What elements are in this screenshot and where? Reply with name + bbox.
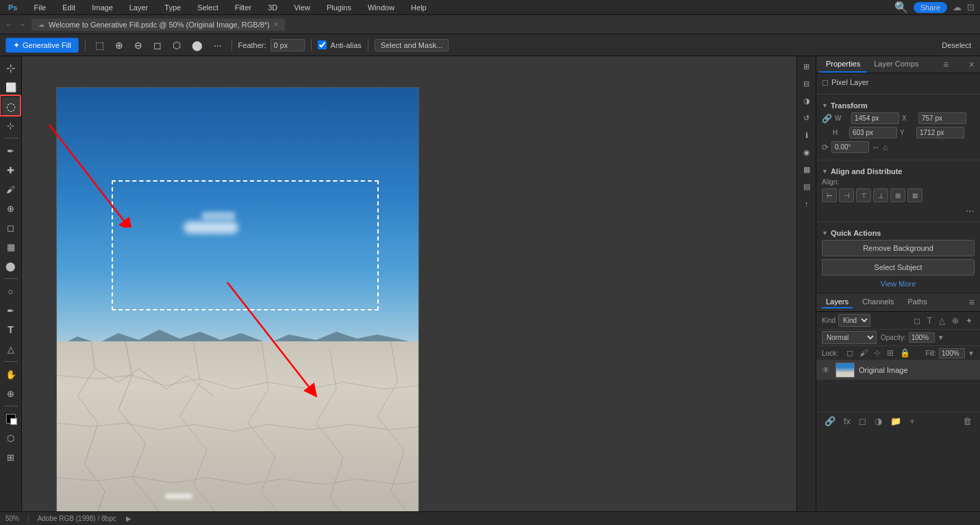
warp-btn[interactable]: ⌂	[883, 143, 888, 152]
quick-mask-mode[interactable]: ⬡	[2, 429, 20, 447]
zoom-tool[interactable]: ⊕	[2, 384, 20, 402]
swatches-panel-icon[interactable]: ▦	[799, 162, 814, 177]
menu-plugins[interactable]: Plugins	[324, 2, 354, 13]
pen-tool[interactable]: ✒	[2, 302, 20, 319]
align-centers-vert-btn[interactable]: ⊞	[890, 188, 905, 202]
fill-dropdown-icon[interactable]: ▼	[968, 350, 975, 357]
deselect-button[interactable]: Deselect	[938, 40, 975, 51]
menu-select[interactable]: Select	[194, 2, 221, 13]
panel-close-btn[interactable]: ×	[966, 56, 977, 73]
text-tool[interactable]: T	[2, 321, 20, 339]
menu-filter[interactable]: Filter	[232, 2, 254, 13]
channels-tab[interactable]: Channels	[858, 296, 898, 308]
anti-alias-checkbox[interactable]	[318, 40, 327, 49]
menu-window[interactable]: Window	[365, 2, 397, 13]
menu-3d[interactable]: 3D	[265, 2, 280, 13]
artboard-tool[interactable]: ⬜	[2, 78, 20, 96]
feather-input[interactable]	[271, 39, 305, 51]
share-button[interactable]: Share	[914, 2, 947, 13]
paths-tab[interactable]: Paths	[904, 296, 931, 308]
tab-properties[interactable]: Properties	[819, 56, 867, 73]
lock-artboard-btn[interactable]: ⊞	[885, 347, 896, 358]
info-panel-icon[interactable]: ℹ	[799, 127, 814, 143]
properties-panel-icon[interactable]: ⊟	[799, 76, 814, 91]
lasso-tool-opt[interactable]: ⬚	[92, 38, 108, 52]
height-input[interactable]	[849, 127, 897, 138]
cloud-sync-icon[interactable]: ☁	[953, 2, 962, 12]
intersect-selection-btn[interactable]: ◻	[150, 38, 165, 52]
align-top-edges-btn[interactable]: ⊥	[873, 188, 888, 202]
quick-actions-header[interactable]: ▼ Quick Actions	[822, 226, 975, 240]
subtract-selection-btn[interactable]: ⊖	[131, 38, 146, 52]
menu-image[interactable]: Image	[89, 2, 116, 13]
foreground-bg-color[interactable]	[2, 410, 20, 428]
link-layers-btn[interactable]: 🔗	[822, 415, 838, 428]
canvas-area[interactable]	[22, 56, 796, 511]
status-arrow[interactable]: ▶	[126, 515, 131, 522]
back-btn[interactable]: ←	[5, 21, 13, 29]
eraser-tool[interactable]: ◻	[2, 219, 20, 236]
lock-position-btn[interactable]: ⊹	[872, 347, 883, 358]
align-centers-horiz-btn[interactable]: ⊣	[839, 188, 854, 202]
align-right-edges-btn[interactable]: ⊤	[856, 188, 871, 202]
angle-input[interactable]	[831, 141, 869, 153]
align-bottom-edges-btn[interactable]: ⊠	[907, 188, 922, 202]
transform-header[interactable]: ▼ Transform	[822, 99, 975, 112]
lock-transparent-btn[interactable]: ◻	[844, 347, 855, 358]
align-left-edges-btn[interactable]: ⊢	[822, 188, 837, 202]
opacity-dropdown-icon[interactable]: ▼	[938, 334, 944, 341]
fill-input[interactable]	[939, 348, 965, 358]
menu-ps[interactable]: Ps	[5, 2, 20, 13]
healing-tool[interactable]: ✚	[2, 161, 20, 179]
menu-file[interactable]: File	[31, 2, 49, 13]
lasso-tool[interactable]: ◌	[2, 97, 20, 115]
select-and-mask-button[interactable]: Select and Mask...	[375, 39, 449, 51]
add-group-btn[interactable]: 📁	[888, 415, 904, 428]
filter-effect-btn[interactable]: ✦	[964, 315, 975, 326]
link-icon[interactable]: 🔗	[822, 114, 832, 123]
filter-pixel-btn[interactable]: ◻	[912, 315, 922, 326]
refine-edge-btn[interactable]: ⬡	[169, 38, 184, 52]
dodge-tool[interactable]: ○	[2, 282, 20, 300]
menu-edit[interactable]: Edit	[60, 2, 78, 13]
share-panel-icon[interactable]: ↑	[799, 196, 814, 211]
sample-btn[interactable]: ⬤	[188, 38, 206, 52]
search-icon[interactable]: 🔍	[894, 1, 908, 14]
align-header[interactable]: ▼ Align and Distribute	[822, 164, 975, 178]
view-more-link[interactable]: View More	[822, 280, 975, 288]
blend-mode-select[interactable]: Normal	[822, 331, 877, 344]
hand-tool[interactable]: ✋	[2, 365, 20, 383]
blur-tool[interactable]: ⬤	[2, 257, 20, 275]
opacity-input[interactable]	[909, 332, 935, 343]
document-tab[interactable]: ☁ Welcome to Generative Fill.psdc @ 50% …	[32, 19, 285, 31]
menu-help[interactable]: Help	[408, 2, 429, 13]
flip-btn[interactable]: ↔	[872, 143, 880, 152]
screen-mode[interactable]: ⊞	[2, 448, 20, 466]
x-input[interactable]	[918, 112, 966, 124]
shape-tool[interactable]: △	[2, 340, 20, 358]
menu-layer[interactable]: Layer	[127, 2, 151, 13]
generative-fill-button[interactable]: ✦ Generative Fill	[5, 38, 79, 53]
lock-image-btn[interactable]: 🖌	[857, 347, 870, 358]
forward-btn[interactable]: →	[18, 21, 26, 29]
y-input[interactable]	[916, 127, 964, 138]
adjustments-panel-icon[interactable]: ◑	[799, 93, 814, 108]
window-controls[interactable]: ⊡	[967, 2, 975, 12]
lock-all-btn[interactable]: 🔒	[898, 347, 912, 358]
gradients-panel-icon[interactable]: ▤	[799, 179, 814, 194]
filter-text-btn[interactable]: T	[925, 315, 934, 326]
width-input[interactable]	[851, 112, 899, 124]
add-adjustment-btn[interactable]: ◑	[872, 415, 885, 428]
history-panel-icon[interactable]: ↺	[799, 110, 814, 125]
brush-tool[interactable]: 🖌	[2, 180, 20, 198]
menu-view[interactable]: View	[291, 2, 313, 13]
add-mask-btn[interactable]: ◻	[856, 415, 869, 428]
layers-panel-menu-btn[interactable]: ≡	[969, 297, 975, 308]
layers-tab[interactable]: Layers	[822, 296, 853, 308]
layers-panel-icon[interactable]: ⊞	[799, 59, 814, 74]
select-subject-btn[interactable]: Select Subject	[822, 259, 975, 276]
eyedropper-tool[interactable]: ✒	[2, 142, 20, 160]
move-tool[interactable]: ⊹	[2, 59, 20, 77]
layer-visibility-toggle[interactable]: 👁	[822, 365, 830, 375]
add-style-btn[interactable]: fx	[841, 415, 853, 428]
